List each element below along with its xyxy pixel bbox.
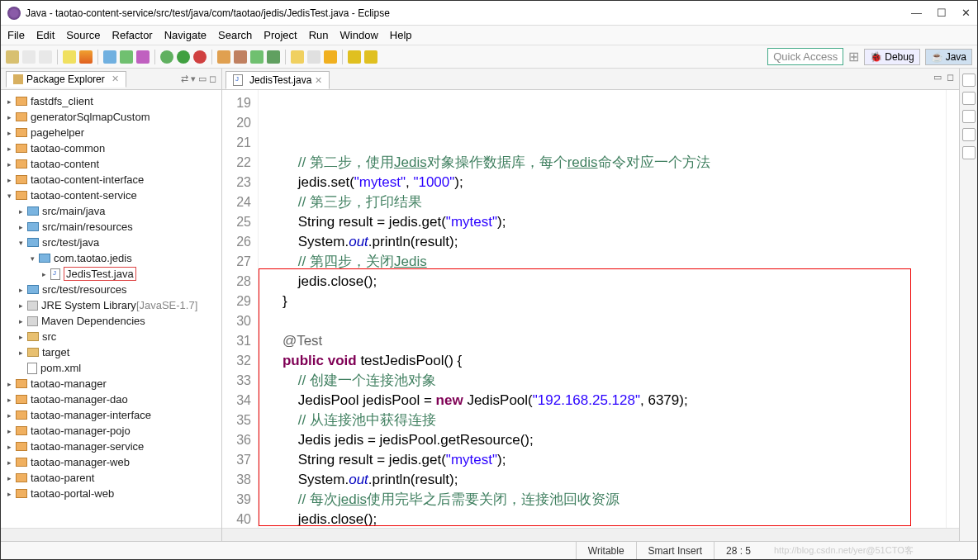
tree-item-taotao-portal-web[interactable]: ▸taotao-portal-web (4, 486, 220, 501)
expand-icon[interactable]: ▸ (4, 160, 14, 168)
open-type-icon[interactable] (103, 50, 116, 64)
code-line-22[interactable]: String result = jedis.get("mytest"); (267, 212, 946, 232)
collapse-icon[interactable]: ⇄ (181, 74, 188, 84)
problems-icon[interactable] (962, 110, 976, 123)
tree-item-taotao-manager-pojo[interactable]: ▸taotao-manager-pojo (4, 423, 220, 439)
save-icon[interactable] (22, 50, 36, 64)
expand-icon[interactable]: ▸ (16, 317, 26, 325)
expand-icon[interactable]: ▸ (16, 301, 26, 310)
tree-item-taotao-manager-interface[interactable]: ▸taotao-manager-interface (4, 407, 220, 423)
maximize-editor-icon[interactable]: ◻ (947, 72, 954, 83)
editor-horizontal-scrollbar[interactable] (222, 528, 959, 541)
package-tree[interactable]: ▸fastdfs_client▸generatorSqlmapCustom▸pa… (1, 90, 221, 528)
tree-item-taotao-manager-dao[interactable]: ▸taotao-manager-dao (4, 392, 220, 407)
expand-icon[interactable]: ▸ (4, 427, 14, 435)
tree-item-taotao-manager-web[interactable]: ▸taotao-manager-web (4, 454, 220, 470)
expand-icon[interactable]: ▸ (4, 443, 14, 451)
build-icon[interactable] (63, 50, 76, 64)
outline-icon[interactable] (962, 74, 976, 87)
task-list-icon[interactable] (962, 92, 976, 105)
expand-icon[interactable]: ▸ (4, 380, 14, 388)
quick-access-input[interactable]: Quick Access (767, 48, 843, 65)
tree-item-fastdfs-client[interactable]: ▸fastdfs_client (4, 93, 220, 109)
expand-icon[interactable]: ▸ (16, 333, 26, 341)
tree-item-com-taotao-jedis[interactable]: ▾com.taotao.jedis (4, 250, 220, 266)
expand-icon[interactable]: ▸ (16, 223, 26, 231)
expand-icon[interactable]: ▸ (4, 145, 14, 153)
expand-icon[interactable]: ▸ (4, 458, 14, 467)
minimize-icon[interactable]: ▭ (198, 74, 207, 84)
run-icon[interactable] (177, 50, 190, 64)
expand-icon[interactable]: ▸ (4, 474, 14, 482)
tree-item-taotao-manager[interactable]: ▸taotao-manager (4, 376, 220, 392)
expand-icon[interactable]: ▸ (4, 129, 14, 137)
expand-icon[interactable]: ▸ (16, 349, 26, 357)
close-button[interactable]: ✕ (961, 7, 971, 19)
search-icon[interactable] (291, 50, 304, 64)
maximize-button[interactable]: ☐ (937, 7, 947, 19)
minimize-editor-icon[interactable]: ▭ (933, 72, 942, 83)
new-package2-icon[interactable] (250, 50, 263, 64)
new-class2-icon[interactable] (267, 50, 280, 64)
code-content[interactable]: // 第二步，使用Jedis对象操作数据库，每个redis命令对应一个方法 je… (259, 90, 946, 528)
tree-item-taotao-content-service[interactable]: ▾taotao-content-service (4, 187, 220, 203)
menu-edit[interactable]: Edit (36, 29, 55, 41)
expand-icon[interactable]: ▸ (4, 97, 14, 106)
tree-item-generatorsqlmapcustom[interactable]: ▸generatorSqlmapCustom (4, 109, 220, 125)
menu-source[interactable]: Source (66, 29, 100, 41)
tree-item-taotao-content-interface[interactable]: ▸taotao-content-interface (4, 172, 220, 187)
expand-icon[interactable]: ▸ (4, 396, 14, 404)
wand-icon[interactable] (79, 50, 93, 64)
tree-item-target[interactable]: ▸target (4, 344, 220, 360)
tree-item-jre-system-library[interactable]: ▸JRE System Library [JavaSE-1.7] (4, 297, 220, 313)
menu-file[interactable]: File (7, 29, 25, 41)
package-explorer-tab-label[interactable]: Package Explorer ✕ (6, 71, 126, 88)
menu-run[interactable]: Run (309, 29, 329, 41)
expand-icon[interactable]: ▸ (4, 113, 14, 121)
overview-ruler[interactable] (946, 90, 959, 528)
code-line-19[interactable]: // 第二步，使用Jedis对象操作数据库，每个redis命令对应一个方法 (267, 153, 946, 173)
expand-icon[interactable]: ▾ (27, 254, 37, 263)
tree-item-src[interactable]: ▸src (4, 329, 220, 344)
tree-item-taotao-content[interactable]: ▸taotao-content (4, 156, 220, 172)
menu-project[interactable]: Project (263, 29, 297, 41)
tree-item-src-test-resources[interactable]: ▸src/test/resources (4, 282, 220, 297)
tree-item-taotao-manager-service[interactable]: ▸taotao-manager-service (4, 439, 220, 454)
minimize-button[interactable]: — (911, 7, 922, 19)
code-line-21[interactable]: // 第三步，打印结果 (267, 192, 946, 212)
expand-icon[interactable]: ▸ (16, 207, 26, 216)
new-project-icon[interactable] (234, 50, 247, 64)
code-editor[interactable]: 1920212223242526272829303132333435363738… (222, 90, 959, 528)
expand-icon[interactable]: ▾ (4, 192, 14, 200)
coverage-icon[interactable] (193, 50, 207, 64)
declaration-icon[interactable] (962, 146, 976, 159)
javadoc-icon[interactable] (962, 128, 976, 141)
tree-item-maven-dependencies[interactable]: ▸Maven Dependencies (4, 313, 220, 329)
save-all-icon[interactable] (39, 50, 52, 64)
code-line-23[interactable]: System.out.println(result); (267, 232, 946, 252)
expand-icon[interactable]: ▸ (4, 176, 14, 184)
toggle-icon[interactable] (307, 50, 320, 64)
tree-item-taotao-parent[interactable]: ▸taotao-parent (4, 470, 220, 486)
new-package-icon[interactable] (120, 50, 133, 64)
expand-icon[interactable]: ▸ (39, 270, 49, 278)
new-icon[interactable] (6, 50, 19, 64)
close-icon[interactable]: ✕ (315, 75, 322, 86)
expand-icon[interactable]: ▸ (4, 490, 14, 498)
java-perspective-button[interactable]: ☕Java (925, 49, 972, 65)
debug-perspective-button[interactable]: 🐞Debug (864, 49, 919, 65)
maximize-icon[interactable]: ◻ (209, 74, 216, 84)
menu-help[interactable]: Help (390, 29, 412, 41)
tree-item-src-test-java[interactable]: ▾src/test/java (4, 235, 220, 250)
debug-icon[interactable] (160, 50, 173, 64)
code-line-20[interactable]: jedis.set("mytest", "1000"); (267, 173, 946, 192)
back-icon[interactable] (348, 50, 361, 64)
annotation-icon[interactable] (324, 50, 337, 64)
editor-tab-jedistest[interactable]: JedisTest.java ✕ (226, 71, 330, 89)
tree-item-src-main-resources[interactable]: ▸src/main/resources (4, 219, 220, 235)
menu-search[interactable]: Search (218, 29, 252, 41)
close-icon[interactable]: ✕ (112, 74, 119, 84)
menu-window[interactable]: Window (340, 29, 378, 41)
tree-item-src-main-java[interactable]: ▸src/main/java (4, 203, 220, 219)
forward-icon[interactable] (364, 50, 377, 64)
